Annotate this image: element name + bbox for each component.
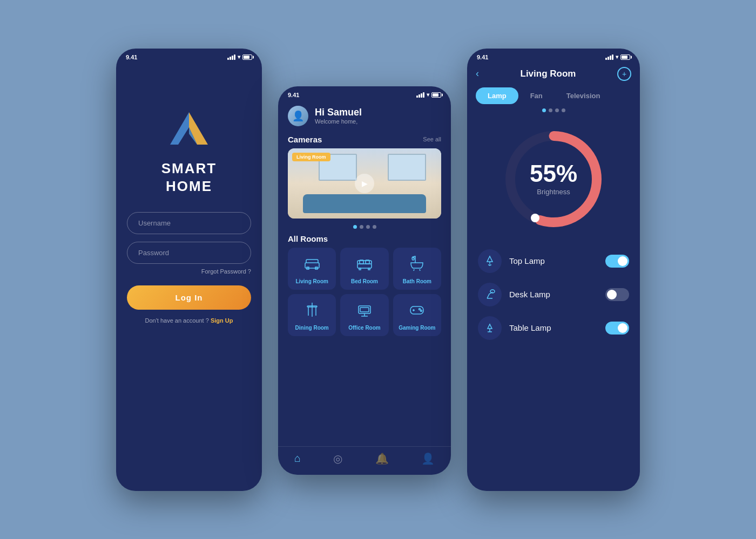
cameras-section: Cameras See all Living Room ▶ bbox=[278, 132, 451, 222]
room-card-office[interactable]: Office Room bbox=[340, 294, 388, 336]
cameras-header: Cameras See all bbox=[288, 135, 441, 144]
nav-person-icon[interactable]: 👤 bbox=[421, 452, 435, 465]
status-icons-2: ▾ bbox=[416, 92, 441, 98]
status-bar-2: 9.41 ▾ bbox=[278, 86, 451, 100]
svg-rect-4 bbox=[357, 264, 372, 268]
office-room-label: Office Room bbox=[348, 325, 380, 331]
room-sofa bbox=[303, 194, 426, 213]
bar3 bbox=[232, 56, 233, 60]
status-time-1: 9.41 bbox=[126, 54, 137, 60]
forgot-password-link[interactable]: Forgot Password ? bbox=[201, 268, 251, 275]
gaming-room-icon bbox=[409, 302, 425, 322]
username-input[interactable] bbox=[127, 212, 251, 234]
camera-label: Living Room bbox=[292, 153, 330, 161]
greeting-sub: Welcome home, bbox=[315, 118, 362, 125]
top-lamp-icon-circle bbox=[478, 249, 502, 273]
login-button[interactable]: Log In bbox=[127, 285, 251, 310]
living-room-label: Living Room bbox=[295, 278, 328, 284]
table-lamp-knob bbox=[618, 323, 627, 333]
wifi-icon-2: ▾ bbox=[427, 92, 429, 98]
brightness-percentage: 55% bbox=[530, 162, 577, 186]
wifi-icon: ▾ bbox=[238, 54, 240, 60]
lamp-item-top: Top Lamp bbox=[478, 249, 629, 273]
room-window-right bbox=[388, 154, 426, 181]
tab-television[interactable]: Television bbox=[555, 87, 612, 104]
cameras-title: Cameras bbox=[288, 135, 322, 144]
bar1 bbox=[227, 58, 229, 60]
signup-link[interactable]: Sign Up bbox=[211, 317, 233, 324]
camera-preview[interactable]: Living Room ▶ bbox=[288, 148, 441, 219]
room-card-bedroom[interactable]: Bed Room bbox=[340, 248, 388, 290]
lamps-list: Top Lamp Desk Lamp bbox=[467, 244, 640, 345]
room-card-gaming[interactable]: Gaming Room bbox=[393, 294, 441, 336]
bottom-navigation: ⌂ ◎ 🔔 👤 bbox=[278, 446, 451, 473]
brightness-control[interactable]: 55% Brightness bbox=[467, 114, 640, 244]
top-lamp-knob bbox=[618, 256, 627, 266]
tab-fan[interactable]: Fan bbox=[518, 87, 555, 104]
office-room-icon bbox=[356, 302, 373, 322]
bathroom-icon bbox=[409, 255, 425, 275]
signal-bars-3 bbox=[605, 54, 613, 60]
home-header: 👤 Hi Samuel Welcome home, bbox=[278, 100, 451, 132]
desk-lamp-knob bbox=[607, 290, 617, 299]
login-screen: SMART HOME Forgot Password ? Log In Don'… bbox=[116, 63, 262, 489]
svg-rect-6 bbox=[368, 268, 370, 270]
user-avatar: 👤 bbox=[288, 106, 308, 126]
dot-4 bbox=[373, 225, 376, 229]
top-lamp-icon bbox=[484, 255, 496, 267]
top-lamp-toggle[interactable] bbox=[605, 255, 629, 268]
svg-point-31 bbox=[490, 290, 495, 293]
dining-room-label: Dining Room bbox=[295, 325, 329, 331]
wifi-icon-3: ▾ bbox=[616, 54, 618, 60]
room-card-living[interactable]: Living Room bbox=[288, 248, 336, 290]
add-device-button[interactable]: + bbox=[617, 67, 631, 81]
home-phone: 9.41 ▾ 👤 Hi Samuel Welcome home, bbox=[278, 86, 451, 475]
svg-line-11 bbox=[420, 269, 420, 271]
all-rooms-section: All Rooms Living Room Bed Room bbox=[278, 232, 451, 446]
status-bar-1: 9.41 ▾ bbox=[116, 49, 262, 63]
dot-3 bbox=[366, 225, 370, 229]
rooms-grid: Living Room Bed Room Bath Room bbox=[288, 248, 441, 336]
tab-dot-2 bbox=[549, 108, 552, 112]
brightness-display: 55% Brightness bbox=[530, 162, 577, 196]
app-title: SMART HOME bbox=[161, 160, 217, 196]
tab-dot-indicators bbox=[467, 108, 640, 112]
see-all-link[interactable]: See all bbox=[423, 136, 441, 142]
battery-icon-2 bbox=[431, 92, 441, 98]
bar4 bbox=[234, 54, 235, 60]
svg-rect-5 bbox=[359, 268, 361, 270]
room-detail-header: ‹ Living Room + bbox=[467, 63, 640, 85]
room-detail-screen: ‹ Living Room + Lamp Fan Television bbox=[467, 63, 640, 489]
tab-dot-3 bbox=[555, 108, 559, 112]
room-card-bathroom[interactable]: Bath Room bbox=[393, 248, 441, 290]
signup-text: Don't have an account ? Sign Up bbox=[145, 317, 233, 324]
nav-home-icon[interactable]: ⌂ bbox=[294, 452, 301, 465]
password-input[interactable] bbox=[127, 242, 251, 264]
bedroom-icon bbox=[356, 255, 373, 275]
svg-point-27 bbox=[531, 214, 539, 222]
desk-lamp-toggle[interactable] bbox=[605, 288, 629, 301]
desk-lamp-icon bbox=[484, 289, 496, 301]
battery-fill-1 bbox=[244, 56, 249, 59]
room-card-dining[interactable]: Dining Room bbox=[288, 294, 336, 336]
nav-camera-icon[interactable]: ◎ bbox=[333, 452, 342, 465]
back-button[interactable]: ‹ bbox=[476, 68, 479, 79]
signal-bars-1 bbox=[227, 54, 235, 60]
home-screen: 👤 Hi Samuel Welcome home, Cameras See al… bbox=[278, 100, 451, 473]
room-detail-title: Living Room bbox=[521, 69, 576, 79]
nav-bell-icon[interactable]: 🔔 bbox=[375, 452, 389, 465]
table-lamp-name: Table Lamp bbox=[509, 323, 598, 332]
greeting-area: Hi Samuel Welcome home, bbox=[315, 107, 362, 125]
desk-lamp-name: Desk Lamp bbox=[509, 290, 598, 299]
app-logo bbox=[162, 106, 216, 149]
tab-lamp[interactable]: Lamp bbox=[476, 87, 518, 104]
play-button[interactable]: ▶ bbox=[355, 174, 374, 193]
tab-dot-1 bbox=[542, 108, 546, 112]
lamp-item-desk: Desk Lamp bbox=[478, 283, 629, 306]
battery-icon-3 bbox=[620, 54, 630, 60]
status-icons-3: ▾ bbox=[605, 54, 630, 60]
dot-2 bbox=[360, 225, 363, 229]
tab-dot-4 bbox=[562, 108, 565, 112]
dining-room-icon bbox=[304, 302, 320, 322]
table-lamp-toggle[interactable] bbox=[605, 322, 629, 335]
